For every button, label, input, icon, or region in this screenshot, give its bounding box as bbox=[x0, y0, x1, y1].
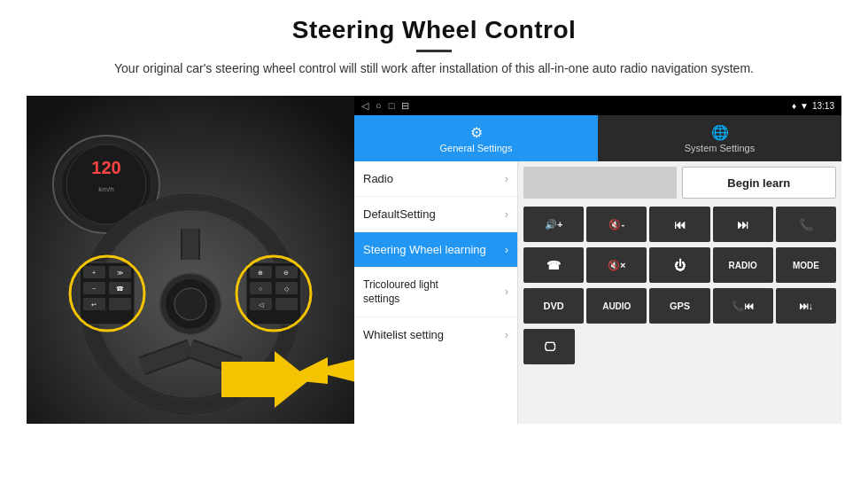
svg-rect-37 bbox=[275, 298, 298, 310]
page-title: Steering Wheel Control bbox=[114, 16, 754, 44]
menu-steering-label: Steering Wheel learning bbox=[363, 243, 486, 256]
svg-text:+: + bbox=[92, 270, 96, 276]
chevron-icon: › bbox=[505, 173, 508, 185]
dvd-button[interactable]: DVD bbox=[523, 288, 584, 324]
radio-button[interactable]: RADIO bbox=[713, 247, 773, 283]
tab-bar: ⚙ General Settings 🌐 System Settings bbox=[354, 115, 841, 161]
vol-up-button[interactable]: 🔊+ bbox=[523, 207, 584, 242]
menu-item-steering[interactable]: Steering Wheel learning › bbox=[354, 232, 517, 268]
android-screen: ◁ ○ □ ⊟ ♦ ▼ 13:13 ⚙ General Settings bbox=[354, 96, 841, 424]
status-bar: ◁ ○ □ ⊟ ♦ ▼ 13:13 bbox=[354, 96, 841, 115]
status-bar-info: ♦ ▼ 13:13 bbox=[792, 101, 834, 111]
menu-radio-label: Radio bbox=[363, 172, 393, 185]
time-display: 13:13 bbox=[812, 101, 834, 111]
svg-text:km/h: km/h bbox=[98, 185, 113, 193]
mute-button[interactable]: 🔇× bbox=[586, 247, 647, 283]
last-btn-row: 🖵 bbox=[518, 326, 841, 367]
screen-button[interactable]: 🖵 bbox=[523, 329, 575, 364]
svg-point-18 bbox=[174, 288, 206, 320]
power-button[interactable]: ⏻ bbox=[649, 247, 709, 283]
audio-button[interactable]: AUDIO bbox=[586, 288, 647, 324]
control-panel: Begin learn 🔊+ 🔇- ⏮ ⏭ 📞 ☎ 🔇× ⏻ bbox=[518, 161, 841, 424]
location-icon: ♦ bbox=[792, 101, 796, 111]
general-settings-icon: ⚙ bbox=[470, 124, 483, 141]
button-grid-row3: DVD AUDIO GPS 📞⏮ ⏭↓ bbox=[518, 285, 841, 326]
svg-text:☎: ☎ bbox=[116, 285, 124, 292]
mode-button[interactable]: MODE bbox=[776, 247, 836, 283]
back-nav-icon[interactable]: ◁ bbox=[361, 100, 368, 112]
button-grid-row2: ☎ 🔇× ⏻ RADIO MODE bbox=[518, 245, 841, 285]
recents-nav-icon[interactable]: □ bbox=[389, 100, 395, 111]
menu-nav-icon[interactable]: ⊟ bbox=[401, 100, 409, 112]
next-down-button[interactable]: ⏭↓ bbox=[776, 288, 836, 324]
menu-item-tricoloured[interactable]: Tricoloured lightsettings › bbox=[354, 268, 517, 317]
phone-button[interactable]: 📞 bbox=[776, 207, 836, 242]
chevron-icon: › bbox=[505, 208, 508, 221]
menu-item-whitelist[interactable]: Whitelist setting › bbox=[354, 317, 517, 352]
menu-default-label: DefaultSetting bbox=[363, 207, 436, 221]
status-bar-nav: ◁ ○ □ ⊟ bbox=[361, 100, 409, 112]
svg-text:120: 120 bbox=[91, 158, 120, 177]
tab-general[interactable]: ⚙ General Settings bbox=[354, 115, 598, 161]
chevron-icon: › bbox=[505, 285, 508, 300]
signal-icon: ▼ bbox=[800, 101, 809, 111]
svg-text:≫: ≫ bbox=[117, 270, 123, 276]
svg-text:⊖: ⊖ bbox=[283, 270, 289, 276]
chevron-icon: › bbox=[505, 329, 508, 341]
title-section: Steering Wheel Control Your original car… bbox=[114, 16, 754, 89]
menu-list: Radio › DefaultSetting › Steering Wheel … bbox=[354, 161, 518, 424]
content-area: 120 km/h bbox=[27, 96, 841, 424]
call-button[interactable]: ☎ bbox=[523, 247, 584, 283]
chevron-icon: › bbox=[505, 244, 508, 256]
svg-rect-25 bbox=[109, 298, 131, 310]
next-track-button[interactable]: ⏭ bbox=[713, 207, 773, 242]
menu-item-default[interactable]: DefaultSetting › bbox=[354, 197, 517, 232]
vol-down-button[interactable]: 🔇- bbox=[586, 207, 647, 242]
top-row: Begin learn bbox=[518, 161, 841, 204]
begin-learn-button[interactable]: Begin learn bbox=[682, 167, 837, 199]
svg-text:↩: ↩ bbox=[91, 301, 97, 308]
menu-item-radio[interactable]: Radio › bbox=[354, 161, 517, 197]
menu-tricoloured-label: Tricoloured lightsettings bbox=[363, 278, 438, 306]
page-container: Steering Wheel Control Your original car… bbox=[0, 0, 868, 500]
tab-system[interactable]: 🌐 System Settings bbox=[598, 115, 841, 161]
svg-text:○: ○ bbox=[259, 285, 262, 292]
system-settings-icon: 🌐 bbox=[711, 124, 729, 141]
screen-content: Radio › DefaultSetting › Steering Wheel … bbox=[354, 161, 841, 424]
tab-general-label: General Settings bbox=[440, 143, 513, 153]
phone-prev-button[interactable]: 📞⏮ bbox=[713, 288, 773, 324]
menu-whitelist-label: Whitelist setting bbox=[363, 328, 444, 341]
svg-text:−: − bbox=[92, 285, 96, 292]
tab-system-label: System Settings bbox=[685, 143, 755, 153]
empty-display-box bbox=[523, 167, 677, 199]
car-image-panel: 120 km/h bbox=[27, 96, 354, 424]
title-divider bbox=[416, 50, 452, 52]
button-grid-row1: 🔊+ 🔇- ⏮ ⏭ 📞 bbox=[518, 204, 841, 245]
gps-button[interactable]: GPS bbox=[649, 288, 709, 324]
subtitle: Your original car's steering wheel contr… bbox=[114, 59, 754, 78]
prev-track-button[interactable]: ⏮ bbox=[649, 207, 709, 242]
svg-text:⊕: ⊕ bbox=[258, 270, 263, 276]
home-nav-icon[interactable]: ○ bbox=[376, 100, 382, 111]
